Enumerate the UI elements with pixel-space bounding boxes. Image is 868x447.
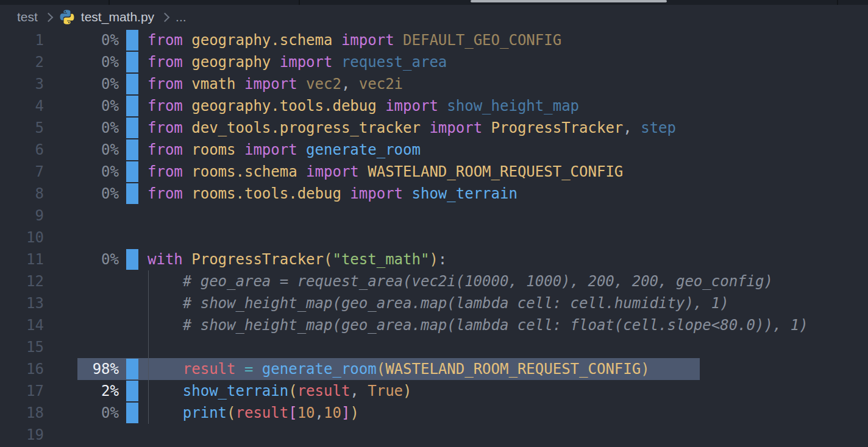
- code-token: [236, 76, 244, 93]
- code-line[interactable]: 10: [0, 227, 868, 248]
- code-line[interactable]: 80%from rooms.tools.debug import show_te…: [0, 183, 868, 205]
- coverage-bar-slot: [119, 402, 148, 424]
- gutter-line-number[interactable]: 17: [0, 380, 44, 402]
- code-line[interactable]: 12 # geo_area = request_area(vec2i(10000…: [0, 270, 868, 292]
- code-line[interactable]: 60%from rooms import generate_room: [0, 139, 868, 161]
- code-token: show_terrain: [183, 382, 288, 399]
- breadcrumb-symbol-ellipsis[interactable]: ...: [176, 10, 187, 24]
- gutter-line-number[interactable]: 3: [0, 73, 44, 95]
- gutter-line-number[interactable]: 11: [0, 248, 44, 270]
- coverage-bar-slot: [119, 95, 148, 117]
- gutter-line-number[interactable]: 15: [0, 336, 44, 358]
- coverage-bar-slot: [119, 380, 148, 402]
- coverage-bar-slot: [119, 248, 148, 270]
- code-token: import: [306, 163, 359, 180]
- gutter-line-number[interactable]: 8: [0, 183, 44, 205]
- code-token: ,: [341, 76, 350, 93]
- code-line[interactable]: 30%from vmath import vec2, vec2i: [0, 73, 868, 95]
- code-token: DEFAULT_GEO_CONFIG: [403, 32, 561, 49]
- tab-scrollbar-thumb[interactable]: [471, 0, 667, 2]
- code-token: request_area: [341, 54, 447, 71]
- code-line[interactable]: 40%from geography.tools.debug import sho…: [0, 95, 868, 117]
- code-line[interactable]: 1698% result = generate_room(WASTELAND_R…: [0, 358, 868, 380]
- gutter-line-number[interactable]: 16: [0, 358, 44, 380]
- code-line[interactable]: 13 # show_height_map(geo_area.map(lambda…: [0, 292, 868, 314]
- coverage-percent: 0%: [44, 402, 119, 424]
- coverage-percent: 0%: [44, 139, 119, 161]
- code-text: from rooms.schema import WASTELAND_ROOM_…: [148, 161, 868, 183]
- gutter-line-number[interactable]: 2: [0, 51, 44, 73]
- gutter-line-number[interactable]: 9: [0, 205, 44, 227]
- coverage-bar-slot: [119, 424, 148, 446]
- coverage-percent: [44, 227, 119, 248]
- code-line[interactable]: 172% show_terrain(result, True): [0, 380, 868, 402]
- code-token: [359, 163, 368, 180]
- code-token: import: [341, 32, 394, 49]
- code-text: from geography.schema import DEFAULT_GEO…: [148, 29, 868, 51]
- code-line[interactable]: 110%with ProgressTracker("test_math"):: [0, 248, 868, 270]
- gutter-line-number[interactable]: 12: [0, 270, 44, 292]
- code-token: ): [641, 361, 649, 378]
- gutter-line-number[interactable]: 10: [0, 227, 44, 248]
- gutter-line-number[interactable]: 19: [0, 424, 44, 446]
- code-line[interactable]: 70%from rooms.schema import WASTELAND_RO…: [0, 161, 868, 183]
- code-area: 10%from geography.schema import DEFAULT_…: [0, 29, 868, 446]
- code-line[interactable]: 9: [0, 205, 868, 227]
- code-line[interactable]: 10%from geography.schema import DEFAULT_…: [0, 29, 868, 51]
- coverage-percent: [44, 336, 119, 358]
- code-text: [148, 336, 868, 358]
- coverage-percent: 0%: [44, 73, 119, 95]
- gutter-line-number[interactable]: 5: [0, 117, 44, 139]
- code-token: [236, 141, 244, 158]
- gutter-line-number[interactable]: 18: [0, 402, 44, 424]
- gutter-line-number[interactable]: 14: [0, 314, 44, 336]
- code-text: # show_height_map(geo_area.map(lambda ce…: [148, 292, 868, 314]
- code-token: with: [148, 251, 183, 268]
- breadcrumb-file[interactable]: test_math.py: [81, 10, 154, 24]
- code-text: show_terrain(result, True): [148, 380, 868, 402]
- code-token: [183, 32, 191, 49]
- gutter-line-number[interactable]: 7: [0, 161, 44, 183]
- coverage-bar: [126, 249, 138, 270]
- code-line[interactable]: 19: [0, 424, 868, 446]
- code-token: vmath: [191, 76, 235, 93]
- code-token: [148, 404, 183, 421]
- breadcrumb-folder[interactable]: test: [17, 10, 38, 24]
- code-token: [403, 185, 411, 202]
- code-line[interactable]: 15: [0, 336, 868, 358]
- code-line[interactable]: 14 # show_height_map(geo_area.map(lambda…: [0, 314, 868, 336]
- code-token: [421, 119, 429, 136]
- code-token: from: [148, 32, 183, 49]
- code-token: [183, 119, 191, 136]
- gutter-line-number[interactable]: 1: [0, 29, 44, 51]
- gutter-line-number[interactable]: 4: [0, 95, 44, 117]
- code-text: result = generate_room(WASTELAND_ROOM_RE…: [148, 358, 868, 380]
- chevron-right-icon: [44, 12, 54, 22]
- gutter-line-number[interactable]: 13: [0, 292, 44, 314]
- code-token: [253, 361, 261, 378]
- coverage-bar-slot: [119, 183, 148, 205]
- code-token: [148, 317, 183, 334]
- code-token: ]: [341, 404, 350, 421]
- tab-divider: [108, 0, 110, 5]
- coverage-bar-slot: [119, 117, 148, 139]
- code-token: geography: [191, 54, 271, 71]
- coverage-bar-slot: [119, 161, 148, 183]
- gutter-line-number[interactable]: 6: [0, 139, 44, 161]
- code-line[interactable]: 180% print(result[10,10]): [0, 402, 868, 424]
- code-text: from geography import request_area: [148, 51, 868, 73]
- coverage-bar: [126, 183, 138, 204]
- code-token: [332, 54, 341, 71]
- code-token: [148, 361, 183, 378]
- code-line[interactable]: 50%from dev_tools.progress_tracker impor…: [0, 117, 868, 139]
- coverage-percent: 0%: [44, 51, 119, 73]
- tab-strip: [0, 0, 868, 5]
- code-line[interactable]: 20%from geography import request_area: [0, 51, 868, 73]
- code-token: [297, 76, 306, 93]
- code-token: [359, 382, 368, 399]
- code-text: from vmath import vec2, vec2i: [148, 73, 868, 95]
- code-token: import: [280, 54, 333, 71]
- code-token: [183, 54, 191, 71]
- coverage-bar-slot: [119, 73, 148, 95]
- code-token: [148, 295, 183, 312]
